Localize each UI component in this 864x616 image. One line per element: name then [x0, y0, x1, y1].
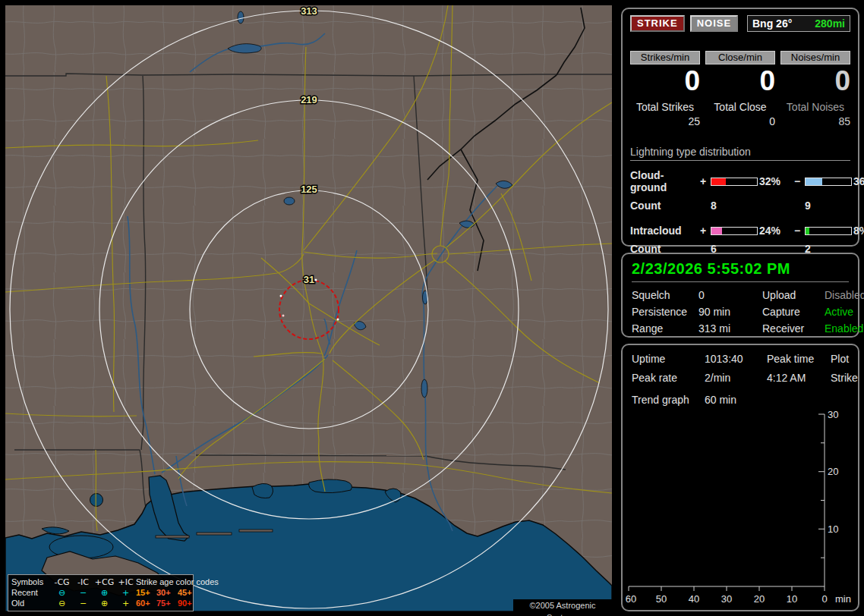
y-tick-30: 30 — [828, 410, 838, 420]
cg-plus-bar-fill — [711, 178, 726, 185]
cg-minus-pct: 36% — [853, 175, 864, 187]
strike-button[interactable]: STRIKE — [630, 15, 685, 32]
cg-plus-bar — [711, 178, 758, 186]
old-pcg-icon: ⊕ — [93, 599, 115, 608]
range-value: 280mi — [815, 17, 845, 30]
noise-button[interactable]: NOISE — [690, 15, 738, 32]
map-svg: 313 219 125 31 — [5, 5, 612, 611]
ic-minus-pct: 8% — [853, 225, 864, 237]
upload-label: Upload — [762, 289, 825, 301]
bearing-range-display: Bng 26° 280mi — [747, 15, 850, 32]
stats-grid: Uptime 1013:40 Peak time Plot Peak rate … — [632, 353, 849, 384]
peak-time-label: Peak time — [767, 353, 831, 365]
trend-box: Uptime 1013:40 Peak time Plot Peak rate … — [621, 344, 859, 611]
close-column: Close/min 0 Total Close 0 — [705, 51, 775, 127]
recent-pic-icon: + — [115, 588, 136, 598]
x-tick-0: 0 — [821, 593, 827, 605]
squelch-label: Squelch — [632, 289, 698, 301]
upload-status: Disabled — [825, 289, 864, 301]
intracloud-row: Intracloud + 24% − 8% — [630, 225, 850, 237]
old-ncg-icon: ⊖ — [51, 599, 73, 608]
cg-minus-bar-fill — [806, 178, 822, 185]
legend-title: Symbols — [11, 577, 51, 586]
symbol-legend: Symbols -CG -IC +CG +IC Strike age color… — [8, 574, 194, 611]
plus-sign: + — [700, 175, 711, 187]
total-noises-label: Total Noises — [780, 101, 850, 113]
app-window: { "map": { "copyright": "©2005 Astrogeni… — [0, 0, 864, 616]
minus-sign: − — [794, 175, 805, 187]
ring-label-125: 125 — [301, 184, 317, 195]
uptime-label: Uptime — [632, 353, 705, 365]
persistence-value: 90 min — [698, 306, 762, 318]
age-60: 60+ — [136, 599, 156, 608]
age-30: 30+ — [156, 588, 178, 597]
total-strikes-label: Total Strikes — [630, 101, 700, 113]
datetime-display: 2/23/2026 5:55:02 PM — [632, 260, 849, 282]
minus-sign: − — [794, 225, 805, 237]
x-tick-10: 10 — [787, 593, 797, 605]
x-tick-40: 40 — [689, 593, 699, 605]
copyright-text: ©2005 Astrogenic Systems — [513, 599, 612, 611]
peak-time-value: 4:12 AM — [767, 372, 831, 384]
cg-minus-bar — [805, 178, 852, 186]
plot-mode-value: Strike — [831, 372, 858, 384]
persistence-label: Persistence — [632, 306, 698, 318]
noises-per-min-chip: Noises/min — [780, 51, 850, 64]
receiver-label: Receiver — [762, 322, 825, 335]
counters-box: STRIKE NOISE Bng 26° 280mi Strikes/min 0… — [621, 8, 859, 247]
noises-column: Noises/min 0 Total Noises 85 — [780, 51, 850, 127]
y-tick-20: 20 — [828, 466, 838, 477]
recent-pcg-icon: ⊕ — [93, 588, 115, 598]
x-tick-20: 20 — [754, 593, 765, 605]
cloud-ground-count-row: Count 8 9 — [630, 200, 850, 212]
plot-label: Plot — [831, 353, 858, 365]
plus-sign: + — [700, 225, 711, 237]
uptime-value: 1013:40 — [705, 353, 767, 365]
range-label: Range — [632, 322, 698, 335]
total-noises-value: 85 — [780, 115, 850, 127]
close-per-min-chip: Close/min — [705, 51, 775, 64]
receiver-status: Enabled — [825, 322, 864, 335]
cloud-ground-label: Cloud-ground — [630, 169, 700, 193]
ic-plus-pct: 24% — [759, 225, 794, 237]
cloud-ground-row: Cloud-ground + 32% − 36% — [630, 169, 850, 193]
peak-rate-value: 2/min — [705, 372, 767, 384]
ic-minus-bar — [805, 227, 852, 235]
cg-plus-count: 8 — [711, 200, 805, 212]
ring-label-313: 313 — [301, 5, 317, 17]
trend-window-value: 60 min — [705, 394, 849, 406]
age-75: 75+ — [156, 599, 178, 608]
distribution-title: Lightning type distribution — [630, 146, 850, 161]
status-grid: Squelch 0 Upload Disabled Persistence 90… — [632, 289, 849, 335]
legend-col-pic: +IC — [115, 577, 136, 587]
intracloud-label: Intracloud — [630, 225, 700, 237]
noises-per-min-value: 0 — [780, 65, 850, 97]
lightning-map[interactable]: 313 219 125 31 — [5, 5, 612, 611]
old-pic-icon: + — [115, 599, 136, 608]
x-tick-50: 50 — [656, 593, 667, 605]
legend-col-ncg: -CG — [51, 577, 73, 587]
trend-graph: 30 20 10 60 50 40 30 20 10 0 min — [624, 410, 853, 607]
x-axis-unit: min — [835, 593, 851, 605]
recent-ncg-icon: ⊖ — [51, 588, 73, 598]
capture-status: Active — [825, 306, 864, 318]
trend-graph-row: Trend graph 60 min — [632, 394, 849, 406]
strikes-per-min-value: 0 — [630, 65, 700, 97]
age-15: 15+ — [136, 588, 156, 597]
capture-label: Capture — [762, 306, 825, 318]
strikes-column: Strikes/min 0 Total Strikes 25 — [630, 51, 700, 127]
total-close-value: 0 — [705, 115, 775, 127]
range-setting-value: 313 mi — [698, 322, 762, 335]
count-label: Count — [630, 200, 711, 212]
legend-col-nic: -IC — [73, 577, 93, 587]
x-tick-30: 30 — [721, 593, 732, 605]
x-tick-60: 60 — [626, 593, 636, 605]
bearing-value: Bng 26° — [752, 17, 792, 30]
squelch-value: 0 — [698, 289, 762, 301]
age-codes-title: Strike age color codes — [136, 577, 197, 586]
total-close-label: Total Close — [705, 101, 775, 113]
strikes-per-min-chip: Strikes/min — [630, 51, 700, 64]
legend-row-old: Old — [11, 599, 51, 608]
ic-minus-bar-fill — [806, 228, 809, 234]
ring-label-219: 219 — [301, 94, 317, 105]
